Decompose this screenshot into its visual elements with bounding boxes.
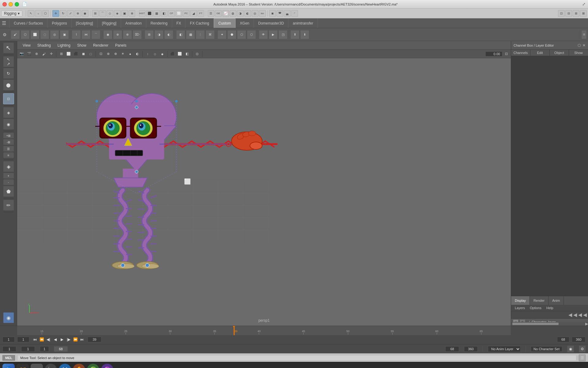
vp-filmstrip-icon[interactable]: 🎬	[26, 51, 32, 57]
vp-smooth2-icon[interactable]: ◼	[80, 51, 87, 57]
end-frame-input[interactable]	[557, 337, 569, 342]
right-icon-2[interactable]: ⊟	[565, 10, 572, 17]
deform-icon[interactable]: ⋈	[81, 30, 91, 39]
snap-to-point-icon[interactable]: ◇	[107, 10, 113, 17]
vp-isolate-icon[interactable]: ◎	[194, 51, 201, 57]
animation-editor-icon[interactable]: ◢	[190, 10, 197, 17]
hypershade-icon[interactable]: ◧	[161, 10, 168, 17]
scrollbar-right-arrow[interactable]: ▶	[585, 322, 588, 326]
render-layer-icon[interactable]: ◳	[278, 30, 288, 39]
cloth-icon[interactable]: ⬠	[237, 30, 246, 39]
ft-icon[interactable]: FT	[198, 10, 204, 17]
vp-gate-icon[interactable]: ◧	[184, 51, 190, 57]
vp-menu-renderer[interactable]: Renderer	[90, 43, 111, 48]
layer-tab-anim[interactable]: Anim	[548, 296, 564, 305]
paint-tool-icon[interactable]: ◍	[230, 10, 236, 17]
vp-ao-icon[interactable]: ◐	[134, 51, 141, 57]
vp-solid-icon[interactable]: ●	[159, 51, 166, 57]
layer-new-icon[interactable]: ◀	[568, 312, 572, 318]
right-icon-3[interactable]: ⊞	[573, 10, 579, 17]
vp-smooth-icon[interactable]: ⬜	[65, 51, 72, 57]
pc-icon[interactable]: PC	[183, 10, 190, 17]
taskbar-icon-4[interactable]: ⬛	[45, 364, 57, 368]
tab-fx[interactable]: FX	[172, 18, 186, 28]
close-button[interactable]	[2, 2, 7, 6]
next-key-btn[interactable]: |▶	[66, 336, 72, 343]
vp-joint-icon[interactable]: ⊕	[33, 51, 40, 57]
left-snap-btn[interactable]: ⊡	[3, 93, 14, 104]
snap-to-curve-icon[interactable]: ⌒	[99, 10, 106, 17]
deformer-icon[interactable]: ◐	[244, 10, 251, 17]
layer-delete-icon[interactable]: ◀	[573, 312, 577, 318]
viewport[interactable]: View Shading Lighting Show Renderer Pane…	[17, 41, 511, 326]
playback-range-end-input[interactable]	[445, 346, 459, 352]
range-start-input[interactable]	[2, 346, 16, 352]
tab-polygons[interactable]: Polygons	[47, 18, 71, 28]
maximize-button[interactable]	[15, 2, 19, 6]
maya-icon3[interactable]: ◛	[284, 10, 291, 17]
move-tool-icon[interactable]: ✛	[52, 10, 59, 17]
mash-icon[interactable]: ⋮	[196, 30, 205, 39]
left-select-tool[interactable]: ↖	[3, 42, 14, 53]
vp-normals-icon[interactable]: ⊗	[105, 51, 111, 57]
taskbar-icon-2[interactable]: 📁	[17, 364, 29, 368]
constraint-icon[interactable]: ⊞	[145, 30, 154, 39]
maya-icon4[interactable]: ◜	[291, 10, 298, 17]
sculpt-brush-icon[interactable]: ⬡	[21, 30, 30, 39]
skin-cluster-icon[interactable]: ◐	[164, 30, 173, 39]
left-paint-select[interactable]: ◉	[3, 119, 14, 130]
select-tool-icon[interactable]: ↖	[28, 10, 34, 17]
script-editor-btn[interactable]: ☰	[579, 355, 586, 361]
ge-icon[interactable]: GE	[215, 10, 222, 17]
tab-rendering[interactable]: Rendering	[146, 18, 172, 28]
motion-path-icon[interactable]: ⌘	[205, 30, 215, 39]
module-dropdown[interactable]: Rigging ▾	[1, 10, 22, 17]
vp-menu-panels[interactable]: Panels	[112, 43, 130, 48]
vp-bounding-icon[interactable]: □	[87, 51, 94, 57]
channel-box-close-icon[interactable]: ✕	[582, 43, 586, 48]
vp-end-icon[interactable]: ⊡	[503, 51, 510, 57]
layer-opt-layers[interactable]: Layers	[512, 305, 527, 310]
step-fwd-btn[interactable]: ⏩	[72, 336, 78, 343]
cp-icon[interactable]: CP	[168, 10, 175, 17]
left-small-4[interactable]: ≡	[3, 152, 14, 158]
vp-crosshair-icon[interactable]: ✛	[48, 51, 55, 57]
muscle-icon[interactable]: ⬟	[227, 30, 236, 39]
xgen-icon[interactable]: ✦	[217, 30, 227, 39]
artisan-icon[interactable]: ◎	[50, 30, 59, 39]
timeline-ruler[interactable]: 15 20 25 30 35 40 45 50	[17, 326, 511, 335]
prev-key-btn[interactable]: ◀|	[45, 336, 51, 343]
tab-sculpting[interactable]: [ Sculpting ]	[72, 18, 98, 28]
snap-live-icon[interactable]: ⊗	[129, 10, 135, 17]
vp-grid-icon[interactable]: ⊡	[97, 51, 104, 57]
layer-tab-display[interactable]: Display	[511, 296, 530, 305]
rotate-tool-icon[interactable]: ↻	[60, 10, 66, 17]
vp-shadow-icon[interactable]: ●	[127, 51, 134, 57]
cb-nav-channels[interactable]: Channels	[511, 50, 530, 56]
taskbar-finder-icon[interactable]: 🔵	[2, 364, 15, 368]
cb-nav-object[interactable]: Object	[550, 50, 569, 56]
vp-resolution-icon[interactable]: ⬜	[176, 51, 183, 57]
soft-select-icon[interactable]: ◌	[40, 30, 49, 39]
vp-textured-icon[interactable]: ⬛	[73, 51, 79, 57]
skin-bind-icon[interactable]: ⊗	[123, 30, 132, 39]
snap-to-view-icon[interactable]: ◈	[114, 10, 121, 17]
left-brush[interactable]: ✏	[3, 200, 14, 211]
left-rotate-tool[interactable]: ↻	[3, 68, 14, 79]
left-small-3[interactable]: ☰	[3, 146, 14, 152]
snap-to-grid-icon[interactable]: ⊞	[92, 10, 99, 17]
left-move-tool[interactable]: ↖↗	[3, 56, 14, 67]
select-region-icon[interactable]: ⬜	[30, 30, 40, 39]
tab-domemaster[interactable]: Domemaster3D	[254, 18, 288, 28]
quick-rig-icon[interactable]: ◧	[176, 30, 185, 39]
taskbar-icon-3[interactable]: 📺	[31, 364, 43, 368]
taskbar-icon-7[interactable]: 🟢	[87, 364, 99, 368]
maya-icon1[interactable]: ◙	[269, 10, 276, 17]
tab-xgen[interactable]: XGen	[236, 18, 254, 28]
vp-selection-icon[interactable]: ⊕	[112, 51, 119, 57]
go-to-end-btn[interactable]: ⏭	[79, 336, 85, 343]
right-icon-4[interactable]: ⊠	[580, 10, 587, 17]
cb-nav-show[interactable]: Show	[569, 50, 588, 56]
quick-sel-icon[interactable]: ◎	[252, 10, 258, 17]
humanik-icon[interactable]: ▩	[186, 30, 195, 39]
